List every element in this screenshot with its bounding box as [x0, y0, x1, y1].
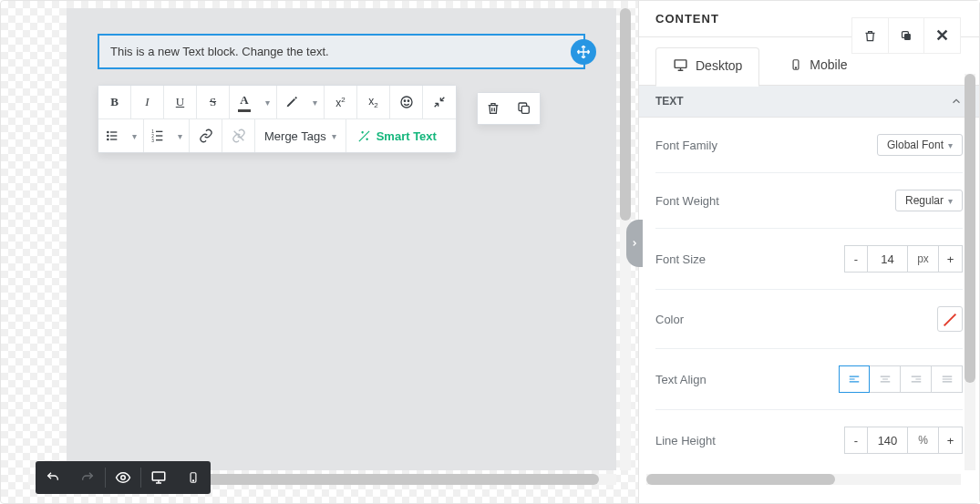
svg-rect-17 — [152, 472, 165, 480]
smart-text-button[interactable]: Smart Text — [346, 119, 448, 152]
canvas-bottom-toolbar — [36, 461, 211, 494]
preview-desktop-button[interactable] — [141, 461, 176, 494]
close-icon: ✕ — [935, 26, 949, 46]
mobile-icon — [187, 471, 200, 484]
text-align-group — [839, 365, 963, 393]
undo-button[interactable] — [36, 461, 70, 494]
text-align-label: Text Align — [655, 373, 707, 386]
align-left-button[interactable] — [839, 365, 870, 393]
color-label: Color — [655, 313, 684, 326]
format-row-2: ▾ 123 ▾ Merge Tags ▾ Smart Text — [98, 119, 456, 152]
line-height-stepper: - 140 % + — [844, 427, 963, 454]
duplicate-block-button[interactable] — [509, 93, 540, 124]
bold-button[interactable]: B — [98, 86, 131, 118]
merge-tags-button[interactable]: Merge Tags ▾ — [255, 119, 346, 152]
font-family-value: Global Font — [887, 139, 944, 151]
delete-block-button[interactable] — [478, 93, 509, 124]
align-right-icon — [910, 374, 923, 385]
text-color-caret[interactable]: ▾ — [259, 86, 277, 118]
scrollbar-thumb[interactable] — [965, 74, 975, 383]
svg-rect-15 — [521, 106, 529, 113]
panel-delete-button[interactable] — [851, 17, 888, 54]
ordered-list-caret[interactable]: ▾ — [171, 119, 190, 152]
font-size-increment[interactable]: + — [939, 245, 963, 273]
clear-format-button[interactable] — [423, 86, 456, 118]
redo-button[interactable] — [70, 461, 105, 494]
panel-close-button[interactable]: ✕ — [924, 17, 961, 54]
align-center-button[interactable] — [870, 365, 901, 393]
scrollbar-thumb[interactable] — [646, 474, 835, 485]
svg-point-19 — [192, 480, 193, 481]
undo-icon — [46, 470, 60, 485]
prop-font-family: Font Family Global Font ▾ — [655, 118, 963, 173]
move-icon — [576, 45, 591, 59]
svg-rect-22 — [675, 60, 686, 68]
smart-text-label: Smart Text — [377, 129, 437, 143]
scrollbar-thumb[interactable] — [620, 8, 631, 221]
ordered-list-button[interactable]: 123 — [144, 119, 171, 152]
line-height-unit[interactable]: % — [908, 427, 939, 454]
font-weight-select[interactable]: Regular ▾ — [895, 190, 963, 211]
emoji-button[interactable] — [390, 86, 423, 118]
svg-point-24 — [796, 67, 797, 67]
tab-mobile-label: Mobile — [810, 57, 847, 72]
color-picker[interactable] — [937, 306, 963, 332]
text-block-content[interactable]: This is a new Text block. Change the tex… — [110, 45, 329, 58]
format-row-1: B I U S A ▾ ▾ x2 x2 — [98, 86, 456, 119]
section-text-header[interactable]: TEXT — [639, 85, 979, 118]
italic-button[interactable]: I — [131, 86, 164, 118]
svg-rect-8 — [110, 139, 117, 139]
align-justify-button[interactable] — [932, 365, 963, 393]
align-right-button[interactable] — [901, 365, 932, 393]
underline-button[interactable]: U — [164, 86, 197, 118]
text-color-button[interactable]: A — [230, 86, 259, 118]
line-height-value[interactable]: 140 — [868, 427, 908, 454]
preview-button[interactable] — [106, 461, 140, 494]
prop-line-height: Line Height - 140 % + — [655, 410, 963, 470]
tab-desktop[interactable]: Desktop — [655, 47, 759, 87]
font-size-decrement[interactable]: - — [844, 245, 868, 273]
preview-mobile-button[interactable] — [176, 461, 211, 494]
block-actions — [477, 92, 541, 125]
mobile-icon — [789, 58, 802, 71]
font-size-unit[interactable]: px — [908, 245, 939, 273]
panel-vertical-scrollbar[interactable] — [965, 74, 975, 470]
line-height-decrement[interactable]: - — [844, 427, 868, 454]
panel-duplicate-button[interactable] — [888, 17, 924, 54]
font-size-stepper: - 14 px + — [844, 245, 963, 273]
trash-icon — [863, 29, 877, 43]
unlink-button[interactable] — [222, 119, 255, 152]
unlink-icon — [232, 129, 246, 143]
line-height-label: Line Height — [655, 434, 716, 447]
properties-panel: CONTENT ✕ Desktop Mobile TEXT — [638, 1, 979, 503]
text-properties: Font Family Global Font ▾ Font Weight Re… — [639, 118, 979, 470]
subscript-button[interactable]: x2 — [357, 86, 390, 118]
merge-tags-label: Merge Tags — [264, 129, 326, 143]
link-button[interactable] — [190, 119, 222, 152]
magic-icon — [357, 129, 371, 143]
canvas-page[interactable]: This is a new Text block. Change the tex… — [67, 8, 616, 470]
font-size-value[interactable]: 14 — [868, 245, 908, 273]
unordered-list-caret[interactable]: ▾ — [126, 119, 144, 152]
copy-icon — [900, 29, 913, 43]
prop-font-size: Font Size - 14 px + — [655, 229, 963, 290]
unordered-list-button[interactable] — [98, 119, 126, 152]
eye-icon — [115, 469, 131, 486]
superscript-button[interactable]: x2 — [325, 86, 357, 118]
chevron-right-icon — [630, 239, 639, 248]
align-center-icon — [879, 374, 892, 385]
highlight-button[interactable] — [277, 86, 306, 118]
strikethrough-button[interactable]: S — [197, 86, 230, 118]
panel-horizontal-scrollbar[interactable] — [646, 474, 961, 485]
trash-icon — [486, 101, 500, 116]
highlight-caret[interactable]: ▾ — [306, 86, 325, 118]
collapse-icon — [432, 95, 447, 109]
move-handle[interactable] — [571, 39, 596, 65]
svg-point-0 — [401, 97, 412, 108]
panel-collapse-toggle[interactable] — [626, 220, 643, 267]
svg-text:3: 3 — [151, 139, 154, 143]
text-block-selected[interactable]: This is a new Text block. Change the tex… — [98, 34, 585, 69]
line-height-increment[interactable]: + — [939, 427, 963, 454]
font-family-select[interactable]: Global Font ▾ — [877, 134, 963, 156]
link-icon — [199, 129, 213, 143]
